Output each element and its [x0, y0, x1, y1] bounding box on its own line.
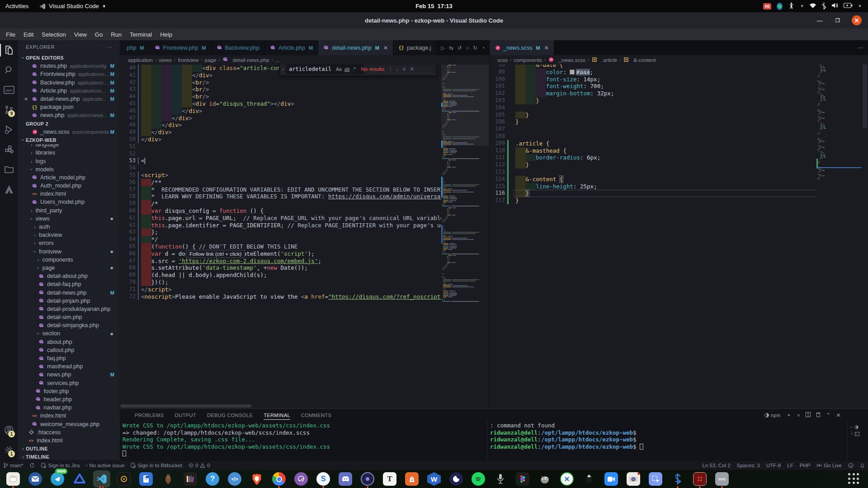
- menu-edit[interactable]: Edit: [19, 31, 38, 38]
- open-editor-item[interactable]: ✕detail-news.phpapplicatio...M: [18, 95, 120, 103]
- tree-item[interactable]: faq.php: [18, 354, 120, 362]
- tree-item[interactable]: about.php: [18, 338, 120, 346]
- tree-item[interactable]: ›third_party: [18, 206, 120, 215]
- section-group-2[interactable]: GROUP 2: [18, 120, 120, 128]
- dock-proton[interactable]: [448, 470, 465, 488]
- close-icon[interactable]: ✕: [24, 96, 28, 102]
- regex-icon[interactable]: .*: [353, 66, 356, 72]
- tab-_news.scss[interactable]: _news.scssM✕: [490, 40, 554, 55]
- activity-settings-icon[interactable]: 1: [0, 440, 18, 460]
- dock-blue-app[interactable]: [71, 470, 88, 488]
- panel-tab-comments[interactable]: COMMENTS: [296, 409, 337, 421]
- show-applications-button[interactable]: [848, 473, 860, 485]
- tree-item[interactable]: ›auth: [18, 223, 120, 231]
- dock-s-app[interactable]: S: [315, 470, 332, 488]
- panel-tab-terminal[interactable]: TERMINAL: [258, 409, 296, 421]
- section-outline[interactable]: ›OUTLINE: [18, 445, 120, 453]
- status-encoding[interactable]: UTF-8: [763, 460, 784, 470]
- status-issue[interactable]: ›No active issue: [83, 460, 127, 470]
- tree-item[interactable]: ›views●: [18, 215, 120, 223]
- status-cursor-pos[interactable]: Ln 53, Col 2: [699, 460, 734, 470]
- activity-explorer-icon[interactable]: [0, 40, 18, 60]
- terminal-dropdown-icon[interactable]: ∨: [797, 413, 800, 418]
- open-editor-item[interactable]: routes.phpapplication/configM: [18, 62, 120, 70]
- breadcrumb-item[interactable]: page: [205, 57, 217, 63]
- activity-account-icon[interactable]: 1: [0, 420, 18, 440]
- menu-run[interactable]: Run: [107, 31, 126, 38]
- tree-item[interactable]: detail-simjangka.php: [18, 321, 120, 329]
- tree-item[interactable]: <>index.html: [18, 436, 120, 445]
- wifi-icon[interactable]: [809, 3, 816, 10]
- bluetooth-device-icon[interactable]: [777, 3, 783, 10]
- dock-app-store[interactable]: A: [403, 470, 420, 488]
- tree-item[interactable]: detail-about.php: [18, 272, 120, 280]
- menu-go[interactable]: Go: [91, 31, 107, 38]
- restore-button[interactable]: ❐: [834, 18, 842, 23]
- open-editor-item[interactable]: Backview.phpapplication/contro...M: [18, 79, 120, 87]
- run-icon[interactable]: ▷: [441, 45, 445, 51]
- dock-thunderbird[interactable]: [27, 470, 44, 488]
- breadcrumb-right[interactable]: scss›components›_news.scss›.article›&-co…: [490, 55, 868, 65]
- dock-files[interactable]: [5, 470, 22, 488]
- tab-Article.php[interactable]: Article.phpM: [265, 40, 318, 55]
- match-case-icon[interactable]: Aa: [336, 66, 342, 72]
- find-widget[interactable]: ›articledetailAaab.*No results↑↓≡✕: [279, 65, 437, 76]
- maximize-panel-icon[interactable]: ⌃: [826, 412, 830, 418]
- tree-item[interactable]: detail-produklayanan.php: [18, 305, 120, 313]
- status-branch[interactable]: main*: [0, 460, 26, 470]
- status-bitbucket[interactable]: Sign in to Bitbucket: [127, 460, 185, 470]
- terminal-left[interactable]: Wrote CSS to /opt/lampp/htdocs/ezkop-web…: [120, 421, 487, 460]
- dock-spotify[interactable]: [470, 470, 487, 488]
- dock-telegram[interactable]: 9999: [49, 470, 66, 488]
- activity-run-debug-icon[interactable]: [0, 120, 18, 140]
- tree-item[interactable]: <>index.html: [18, 412, 120, 420]
- dock-cam-app[interactable]: [359, 470, 376, 488]
- tree-item[interactable]: header.php: [18, 395, 120, 404]
- status-golive[interactable]: Go Live: [813, 460, 845, 470]
- dock-brave[interactable]: [248, 470, 265, 488]
- status-eol[interactable]: LF: [784, 460, 796, 470]
- panel-actions[interactable]: npm＋∨⌃✕: [764, 411, 868, 419]
- dock-books[interactable]: [182, 470, 199, 488]
- tree-item[interactable]: welcome_message.php: [18, 420, 120, 428]
- status-sync[interactable]: [26, 460, 38, 470]
- activity-extensions-icon[interactable]: [0, 140, 18, 160]
- dock-github-desktop[interactable]: [292, 470, 310, 488]
- compare-icon[interactable]: ⇆: [449, 45, 453, 51]
- breadcrumb-item[interactable]: frontview: [178, 57, 198, 63]
- breadcrumb-item[interactable]: components: [514, 57, 542, 63]
- status-problems[interactable]: 00: [185, 460, 213, 470]
- section-open-editors[interactable]: ›OPEN EDITORS: [18, 54, 120, 62]
- dock-dbeaver[interactable]: [160, 470, 177, 488]
- dock-office-doc[interactable]: [137, 470, 155, 488]
- tree-item[interactable]: ›section●: [18, 329, 120, 338]
- breadcrumb-item[interactable]: ...: [275, 57, 280, 63]
- open-editor-item[interactable]: Article.phpapplication/con...M: [18, 87, 120, 95]
- minimize-button[interactable]: —: [816, 17, 824, 24]
- minimap-left[interactable]: [441, 65, 489, 408]
- code-editor-left[interactable]: 40 <div class="article-content">41 </div…: [120, 65, 489, 408]
- tree-item[interactable]: detail-news.phpM: [18, 288, 120, 296]
- breadcrumb-item[interactable]: .article: [591, 57, 617, 63]
- timer-icon[interactable]: ◔: [481, 45, 485, 51]
- dock-media-player[interactable]: [115, 470, 132, 488]
- section-project[interactable]: ›EZKOP-WEB: [18, 136, 120, 144]
- activity-source-control-icon[interactable]: 9: [0, 100, 18, 120]
- tab-Backview.php[interactable]: Backview.php: [212, 40, 265, 55]
- breadcrumb-item[interactable]: detail-news.php: [222, 56, 269, 63]
- dock-discord[interactable]: [337, 470, 354, 488]
- split-terminal-icon[interactable]: [806, 412, 811, 418]
- panel-tab-output[interactable]: OUTPUT: [169, 409, 202, 421]
- dock-help[interactable]: ?: [204, 470, 221, 488]
- code-editor-right[interactable]: 98 &-date {99 color: #aaa;100 font-size:…: [490, 65, 868, 408]
- tree-item[interactable]: detail-pinjam.php: [18, 297, 120, 305]
- tree-item[interactable]: ›backview: [18, 231, 120, 239]
- activity-atlassian-icon[interactable]: [0, 179, 18, 199]
- dock-screenshot[interactable]: [647, 470, 664, 488]
- tab-Frontview.php[interactable]: Frontview.phpM: [150, 40, 212, 55]
- tab-.php[interactable]: .phpM: [120, 40, 150, 55]
- breadcrumb-left[interactable]: application›views›frontview›page›detail-…: [120, 55, 489, 65]
- recorder-indicator[interactable]: 06: [763, 3, 771, 9]
- find-next-icon[interactable]: ↓: [396, 66, 398, 72]
- menu-help[interactable]: Help: [156, 31, 176, 38]
